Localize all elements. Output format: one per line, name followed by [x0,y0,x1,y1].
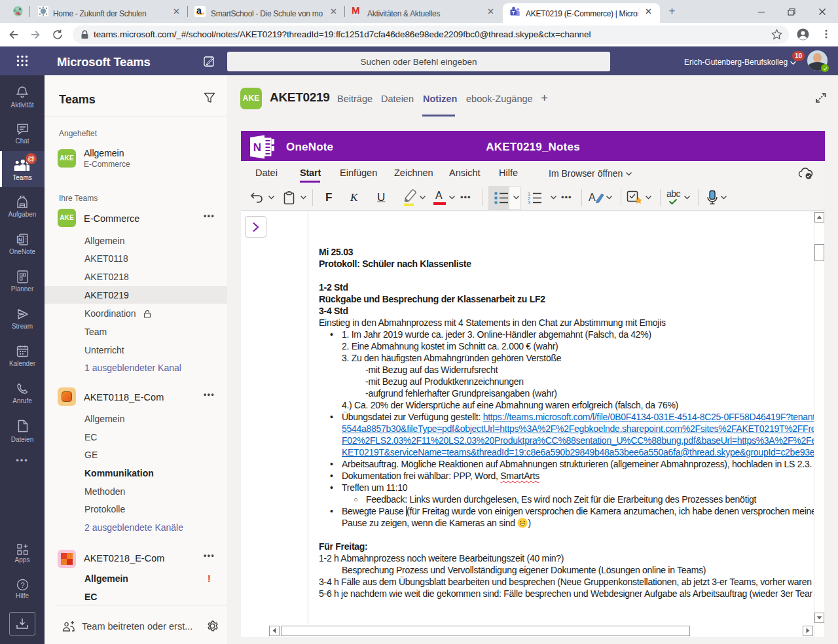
svg-text:A: A [589,192,596,203]
svg-text:?: ? [20,581,24,589]
svg-text:N: N [18,237,22,243]
svg-text:3: 3 [528,200,530,204]
svg-text:T: T [512,10,515,16]
